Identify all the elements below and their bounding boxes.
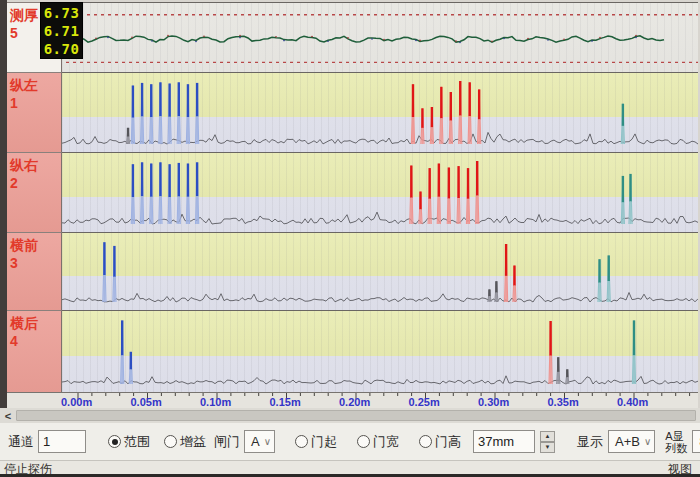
channel-row-thickness: 测厚 5: [7, 2, 698, 72]
channel-row-3: 横前 3: [7, 232, 698, 310]
radio-gain-label: 增益: [180, 433, 206, 451]
horizontal-scrollbar[interactable]: <: [0, 408, 700, 423]
channel-1-waveform: [62, 72, 698, 152]
a-scan-cols-label: A显 列数: [665, 430, 687, 454]
radio-gate-width[interactable]: 门宽: [357, 433, 399, 451]
status-bar: 停止探伤 视图: [0, 460, 700, 474]
radio-range-label: 范围: [124, 433, 150, 451]
axis-tick-label: 0.05m: [131, 396, 162, 408]
radio-gate-height-label: 门高: [435, 433, 461, 451]
channel-number: 2: [10, 174, 61, 192]
axis-tick-label: 0.10m: [200, 396, 231, 408]
flaw-detector-screen: 测厚 5 纵左 1 纵右 2 横前 3 横后 4 6.73: [0, 0, 700, 477]
axis-tick-label: 0.15m: [270, 396, 301, 408]
thickness-current-value: 6.71: [44, 22, 80, 40]
channel-2-waveform: [62, 152, 698, 232]
radio-gate-height[interactable]: 门高: [419, 433, 461, 451]
gate-select-value: A: [251, 434, 260, 449]
channel-number: 3: [10, 254, 61, 272]
radio-gate-width-icon[interactable]: [357, 435, 370, 448]
channel-label-trans-front: 横前 3: [7, 232, 62, 310]
channel-label-trans-rear: 横后 4: [7, 310, 62, 392]
channel-number: 1: [10, 94, 61, 112]
channel-name: 纵右: [10, 156, 61, 174]
radio-range[interactable]: 范围: [108, 433, 150, 451]
channel-row-4: 横后 4: [7, 310, 698, 392]
chevron-down-icon: ∨: [264, 436, 271, 447]
channel-name: 横后: [10, 314, 61, 332]
channel-label-long-left: 纵左 1: [7, 72, 62, 152]
spinner-down-icon[interactable]: ▼: [540, 442, 555, 453]
display-select-label: 显示: [577, 433, 603, 451]
radio-gate-start-icon[interactable]: [295, 435, 308, 448]
spinner-up-icon[interactable]: ▲: [540, 431, 555, 442]
x-axis: 0.00m0.05m0.10m0.15m0.20m0.25m0.30m0.35m…: [7, 392, 698, 408]
channel-3-waveform: [62, 232, 698, 310]
radio-gain-icon[interactable]: [164, 435, 177, 448]
channel-label-long-right: 纵右 2: [7, 152, 62, 232]
channel-row-2: 纵右 2: [7, 152, 698, 232]
axis-tick-label: 0.25m: [409, 396, 440, 408]
thickness-waveform: [62, 2, 698, 72]
x-axis-ticks: 0.00m0.05m0.10m0.15m0.20m0.25m0.30m0.35m…: [62, 393, 698, 409]
axis-tick-label: 0.40m: [617, 396, 648, 408]
channel-input-label: 通道: [8, 433, 34, 451]
display-select-value: A+B: [615, 434, 640, 449]
channel-number: 4: [10, 332, 61, 350]
toolbar: 通道 范围 增益 闸门 A ∨ 门起 门宽 门高 ▲ ▼: [0, 423, 700, 460]
radio-gate-width-label: 门宽: [373, 433, 399, 451]
channel-4-waveform: [62, 310, 698, 392]
gate-select[interactable]: A ∨: [244, 430, 275, 453]
radio-gain[interactable]: 增益: [164, 433, 206, 451]
channel-row-1: 纵左 1: [7, 72, 698, 152]
scroll-left-arrow-icon[interactable]: <: [0, 410, 16, 422]
axis-tick-label: 0.20m: [339, 396, 370, 408]
channel-name: 横前: [10, 236, 61, 254]
screen-left-edge: [0, 0, 7, 461]
thickness-lower-value: 6.70: [44, 40, 80, 58]
thickness-readout: 6.73 6.71 6.70: [40, 2, 83, 59]
axis-tick-label: 0.00m: [61, 396, 92, 408]
display-select[interactable]: A+B ∨: [608, 430, 655, 453]
gate-select-label: 闸门: [214, 433, 240, 451]
gate-height-input[interactable]: [473, 430, 535, 453]
chevron-down-icon: ∨: [644, 436, 651, 447]
channel-input[interactable]: [38, 430, 86, 453]
thickness-upper-value: 6.73: [44, 4, 80, 22]
axis-tick-label: 0.30m: [478, 396, 509, 408]
radio-gate-start-label: 门起: [311, 433, 337, 451]
radio-gate-height-icon[interactable]: [419, 435, 432, 448]
value-spinner[interactable]: ▲ ▼: [540, 431, 555, 453]
scrollbar-track[interactable]: [16, 410, 696, 421]
a-scan-cols-select[interactable]: 8 ∨: [692, 430, 700, 453]
radio-range-icon[interactable]: [108, 435, 121, 448]
channel-name: 纵左: [10, 76, 61, 94]
axis-tick-label: 0.35m: [548, 396, 579, 408]
radio-gate-start[interactable]: 门起: [295, 433, 337, 451]
